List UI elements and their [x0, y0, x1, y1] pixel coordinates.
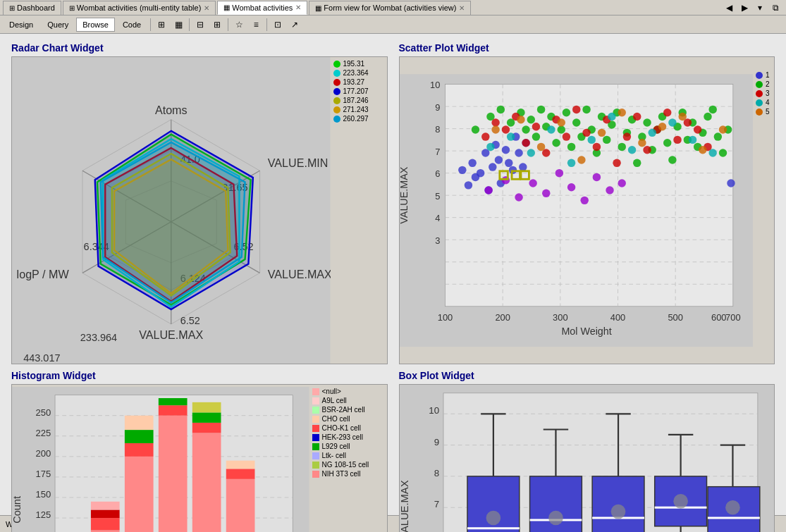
- svg-point-113: [663, 139, 670, 147]
- svg-point-157: [648, 129, 656, 137]
- svg-text:VALUE.MAX: VALUE.MAX: [268, 268, 331, 280]
- svg-point-179: [567, 183, 575, 191]
- svg-text:VALUE.MIN: VALUE.MIN: [268, 156, 328, 169]
- svg-point-182: [606, 186, 613, 194]
- svg-text:5: 5: [435, 191, 440, 202]
- legend-item-0: 195.31: [333, 60, 384, 68]
- svg-point-64: [468, 159, 476, 167]
- window-nav-down[interactable]: ▾: [752, 1, 768, 15]
- svg-point-123: [713, 132, 721, 140]
- legend-label-2: 193.27: [343, 78, 365, 86]
- window-restore[interactable]: ⧉: [768, 1, 783, 15]
- legend-item-4: 187.246: [333, 97, 384, 104]
- scatter-title: Scatter Plot Widget: [399, 42, 775, 54]
- scatter-legend-2: 2: [756, 80, 771, 88]
- scatter-legend-5: 5: [756, 108, 771, 116]
- svg-text:7: 7: [434, 500, 438, 510]
- tab-multi-entity-close[interactable]: ✕: [204, 4, 209, 12]
- tab-wombat-activities-close[interactable]: ✕: [295, 4, 301, 11]
- svg-point-172: [718, 125, 726, 133]
- svg-rect-226: [125, 457, 154, 532]
- svg-point-183: [618, 179, 625, 187]
- svg-rect-224: [91, 510, 120, 519]
- svg-text:125: 125: [35, 509, 51, 520]
- svg-point-88: [536, 106, 544, 113]
- scatter-legend-4: 4: [756, 99, 771, 106]
- export-icon[interactable]: ↗: [287, 18, 302, 32]
- svg-point-128: [501, 125, 509, 133]
- svg-text:700: 700: [725, 312, 740, 323]
- svg-rect-234: [192, 423, 221, 433]
- svg-point-95: [572, 118, 580, 126]
- svg-point-156: [627, 146, 635, 154]
- legend-item-1: 223.364: [333, 69, 384, 77]
- query-button[interactable]: Query: [41, 18, 75, 32]
- svg-point-163: [536, 143, 544, 151]
- tab-multi-entity[interactable]: ⊞ Wombat activities (multi-entity table)…: [63, 1, 216, 15]
- svg-point-168: [638, 139, 646, 147]
- svg-point-92: [557, 125, 565, 133]
- legend-dot-3: [333, 88, 340, 95]
- svg-point-93: [562, 109, 570, 116]
- legend-dot-5: [333, 106, 340, 113]
- design-button[interactable]: Design: [3, 18, 39, 32]
- svg-rect-225: [91, 502, 120, 510]
- svg-point-139: [613, 159, 620, 167]
- radar-widget: Radar Chart Widget: [6, 39, 393, 367]
- svg-point-135: [572, 106, 580, 113]
- tab-form-view-label: Form view for Wombat (activities view): [324, 4, 456, 12]
- window-nav-left[interactable]: ◀: [721, 1, 737, 15]
- tab-dashboard[interactable]: ⊞ Dashboard: [3, 1, 61, 15]
- svg-text:443.017: 443.017: [23, 352, 60, 364]
- svg-text:233.964: 233.964: [80, 332, 117, 343]
- legend-dot-1: [333, 70, 340, 77]
- svg-point-155: [608, 113, 615, 120]
- svg-point-153: [567, 159, 575, 167]
- scatter-legend-3: 3: [756, 89, 771, 97]
- svg-point-114: [668, 156, 676, 163]
- boxplot-title: Box Plot Widget: [399, 370, 775, 381]
- star-icon[interactable]: ☆: [231, 18, 247, 32]
- tab-form-view[interactable]: ▦ Form view for Wombat (activities view)…: [309, 1, 471, 15]
- svg-text:9: 9: [435, 102, 440, 113]
- svg-point-176: [529, 179, 536, 187]
- window-nav-right[interactable]: ▶: [737, 1, 752, 15]
- svg-rect-233: [192, 433, 221, 532]
- svg-text:100: 100: [437, 312, 452, 323]
- tab-wombat-activities[interactable]: ▦ Wombat activities ✕: [217, 1, 307, 15]
- svg-text:200: 200: [495, 312, 510, 323]
- form-view-icon[interactable]: ▦: [171, 18, 186, 32]
- scatter-dot-2: [756, 81, 763, 88]
- svg-point-170: [678, 113, 686, 120]
- layout-icon[interactable]: ⊡: [270, 18, 285, 32]
- svg-text:300: 300: [553, 312, 567, 323]
- scatter-chart-container: 10 9 8 7 6 5 4 3 100 200 300 400 500: [399, 56, 775, 364]
- legend-dot-0: [333, 61, 340, 68]
- svg-point-78: [519, 163, 527, 171]
- svg-text:250: 250: [35, 407, 51, 418]
- svg-point-77: [515, 149, 522, 156]
- tab-form-view-close[interactable]: ✕: [459, 4, 465, 12]
- legend-label-3: 177.207: [343, 87, 369, 95]
- svg-point-121: [704, 113, 711, 120]
- filter-icon[interactable]: ⊟: [192, 18, 208, 32]
- svg-point-300: [725, 500, 740, 515]
- svg-point-145: [673, 136, 681, 144]
- radar-title: Radar Chart Widget: [11, 42, 388, 54]
- svg-point-85: [522, 125, 529, 133]
- svg-point-279: [548, 511, 563, 526]
- table-view-icon[interactable]: ⊞: [154, 18, 169, 32]
- svg-text:150: 150: [35, 489, 51, 500]
- browse-button[interactable]: Browse: [76, 18, 115, 32]
- svg-text:600: 600: [711, 312, 726, 323]
- svg-point-158: [668, 118, 676, 126]
- svg-point-127: [491, 118, 499, 126]
- code-button[interactable]: Code: [116, 18, 147, 32]
- svg-text:225: 225: [35, 428, 51, 438]
- svg-text:9: 9: [434, 437, 438, 447]
- legend-label-4: 187.246: [343, 97, 369, 104]
- svg-text:4: 4: [435, 213, 440, 223]
- list-icon[interactable]: ≡: [248, 18, 264, 32]
- sort-icon[interactable]: ⊞: [209, 18, 225, 32]
- svg-text:175: 175: [35, 469, 51, 479]
